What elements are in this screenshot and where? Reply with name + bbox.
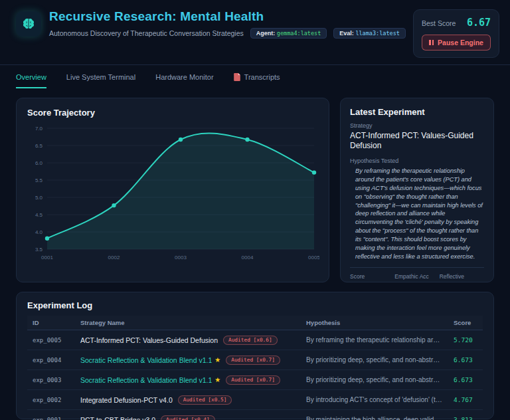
experiment-id: exp_0005 bbox=[27, 330, 75, 350]
hypothesis-cell: By reframing the therapeutic relationshi… bbox=[301, 330, 448, 350]
hypothesis-cell: By maintaining the high-alliance, deep v… bbox=[301, 410, 448, 420]
tab-label: Live System Terminal bbox=[66, 73, 135, 81]
strategy-cell: PCT-to-CBT Bridge v3.0Audited [x0.4] bbox=[75, 410, 301, 420]
pause-engine-button[interactable]: Pause Engine bbox=[422, 35, 491, 51]
agent-badge-label: Agent: bbox=[256, 30, 276, 37]
svg-text:7.0: 7.0 bbox=[35, 126, 43, 132]
hypothesis-label: Hypothesis Tested bbox=[350, 158, 484, 164]
audited-badge: Audited [x0.6] bbox=[223, 336, 278, 345]
score-cell: 5.720 bbox=[448, 330, 483, 350]
experiment-log-title: Experiment Log bbox=[27, 300, 483, 310]
latest-experiment-panel: Latest Experiment Strategy ACT-Informed … bbox=[340, 98, 494, 282]
tab-live-system-terminal[interactable]: Live System Terminal bbox=[66, 73, 135, 88]
svg-text:6.5: 6.5 bbox=[35, 143, 43, 149]
best-score-panel: Best Score 6.67 Pause Engine bbox=[413, 9, 499, 58]
table-row[interactable]: exp_0005ACT-Informed PCT: Values-Guided … bbox=[27, 330, 483, 350]
strategy-cell: ACT-Informed PCT: Values-Guided Defusion… bbox=[75, 330, 301, 350]
svg-text:0003: 0003 bbox=[175, 255, 187, 261]
eval-badge-value: llama3:latest bbox=[355, 30, 400, 37]
experiment-id: exp_0001 bbox=[27, 410, 75, 420]
data-point bbox=[45, 237, 49, 241]
svg-text:5.5: 5.5 bbox=[35, 177, 43, 183]
strategy-name: Socratic Reflection & Validation Blend v… bbox=[80, 375, 212, 383]
svg-text:3.5: 3.5 bbox=[35, 247, 43, 253]
score-trajectory-chart: 3.54.04.55.05.56.06.57.00001000200030004… bbox=[27, 123, 318, 265]
best-score-value: 6.67 bbox=[467, 17, 491, 29]
agent-badge: Agent: gemma4:latest bbox=[250, 28, 327, 39]
column-header-id: ID bbox=[27, 316, 75, 330]
page-subtitle: Autonomous Discovery of Therapeutic Conv… bbox=[49, 29, 244, 37]
divider bbox=[350, 267, 484, 268]
score-trajectory-panel: Score Trajectory 3.54.04.55.05.56.06.57.… bbox=[16, 98, 329, 282]
data-point bbox=[112, 203, 116, 207]
table-body: exp_0005ACT-Informed PCT: Values-Guided … bbox=[27, 330, 483, 420]
svg-text:4.5: 4.5 bbox=[35, 212, 43, 218]
strategy-label: Strategy bbox=[350, 122, 484, 129]
experiment-id: exp_0003 bbox=[27, 370, 75, 390]
table-header-row: IDStrategy NameHypothesisScore bbox=[27, 316, 483, 330]
header: Recursive Research: Mental Health Autono… bbox=[0, 0, 510, 65]
tab-bar: OverviewLive System TerminalHardware Mon… bbox=[0, 65, 510, 88]
strategy-name: Integrated Defusion-PCT v4.0 bbox=[80, 395, 173, 403]
chart-title: Score Trajectory bbox=[27, 108, 318, 118]
hypothesis-cell: By prioritizing deep, specific, and non-… bbox=[301, 350, 448, 370]
latest-stats: Score5.72Empathic Acc4.5Reflective5.0 bbox=[350, 273, 484, 282]
score-cell: 6.673 bbox=[448, 370, 483, 390]
strategy-name: ACT-Informed PCT: Values-Guided Defusion bbox=[350, 131, 484, 151]
tab-label: Overview bbox=[16, 73, 46, 81]
stat-label: Empathic Acc bbox=[394, 273, 439, 280]
strategy-name: Socratic Reflection & Validation Blend v… bbox=[80, 356, 212, 364]
table-row[interactable]: exp_0004Socratic Reflection & Validation… bbox=[27, 350, 483, 370]
column-header-strategy-name: Strategy Name bbox=[75, 316, 301, 330]
data-point bbox=[179, 138, 183, 142]
column-header-score: Score bbox=[448, 316, 483, 330]
experiment-log-panel: Experiment Log IDStrategy NameHypothesis… bbox=[16, 292, 494, 419]
tab-label: Hardware Monitor bbox=[155, 73, 213, 81]
svg-text:0002: 0002 bbox=[108, 255, 120, 261]
tab-transcripts[interactable]: Transcripts bbox=[234, 73, 280, 88]
stat-label: Score bbox=[350, 273, 394, 280]
strategy-cell: Integrated Defusion-PCT v4.0Audited [x0.… bbox=[75, 390, 301, 410]
stat-reflective: Reflective5.0 bbox=[440, 273, 484, 282]
svg-text:0001: 0001 bbox=[41, 255, 53, 261]
brain-logo-icon bbox=[16, 11, 41, 37]
column-header-hypothesis: Hypothesis bbox=[301, 316, 448, 330]
dashboard: Recursive Research: Mental Health Autono… bbox=[0, 0, 510, 420]
agent-badge-value: gemma4:latest bbox=[277, 30, 321, 37]
tab-label: Transcripts bbox=[244, 73, 280, 81]
stat-value: 4.5 bbox=[394, 282, 439, 282]
strategy-cell: Socratic Reflection & Validation Blend v… bbox=[75, 350, 301, 370]
data-point bbox=[245, 138, 249, 142]
experiment-table: IDStrategy NameHypothesisScore exp_0005A… bbox=[27, 316, 483, 420]
hypothesis-cell: By prioritizing deep, specific, and non-… bbox=[301, 370, 448, 390]
stat-label: Reflective bbox=[440, 273, 484, 280]
audited-badge: Audited [x0.5] bbox=[178, 395, 232, 405]
latest-experiment-title: Latest Experiment bbox=[350, 107, 484, 117]
tab-hardware-monitor[interactable]: Hardware Monitor bbox=[155, 73, 213, 88]
experiment-id: exp_0002 bbox=[27, 390, 75, 410]
score-cell: 3.813 bbox=[448, 410, 483, 420]
audited-badge: Audited [x0.7] bbox=[226, 375, 280, 385]
svg-text:5.0: 5.0 bbox=[35, 195, 43, 201]
hypothesis-cell: By introducing ACT's concept of 'defusio… bbox=[301, 390, 448, 410]
svg-text:4.0: 4.0 bbox=[35, 229, 43, 235]
strategy-name: PCT-to-CBT Bridge v3.0 bbox=[80, 415, 155, 420]
experiment-id: exp_0004 bbox=[27, 350, 75, 370]
strategy-name: ACT-Informed PCT: Values-Guided Defusion bbox=[80, 336, 218, 344]
stat-empathic-acc: Empathic Acc4.5 bbox=[394, 273, 439, 282]
eval-badge: Eval: llama3:latest bbox=[333, 28, 406, 39]
best-score-label: Best Score bbox=[422, 19, 456, 27]
score-cell: 6.673 bbox=[448, 350, 483, 370]
data-point bbox=[312, 170, 316, 174]
svg-text:0004: 0004 bbox=[242, 255, 254, 261]
stat-value: 5.72 bbox=[350, 282, 394, 282]
audited-badge: Audited [x0.4] bbox=[161, 415, 215, 420]
audited-badge: Audited [x0.7] bbox=[226, 356, 280, 365]
tab-overview[interactable]: Overview bbox=[16, 73, 46, 88]
score-cell: 4.767 bbox=[448, 390, 483, 410]
table-row[interactable]: exp_0001PCT-to-CBT Bridge v3.0Audited [x… bbox=[27, 410, 483, 420]
table-row[interactable]: exp_0002Integrated Defusion-PCT v4.0Audi… bbox=[27, 390, 483, 410]
document-icon bbox=[234, 73, 240, 81]
hypothesis-text: By reframing the therapeutic relationshi… bbox=[350, 167, 484, 261]
table-row[interactable]: exp_0003Socratic Reflection & Validation… bbox=[27, 370, 483, 390]
